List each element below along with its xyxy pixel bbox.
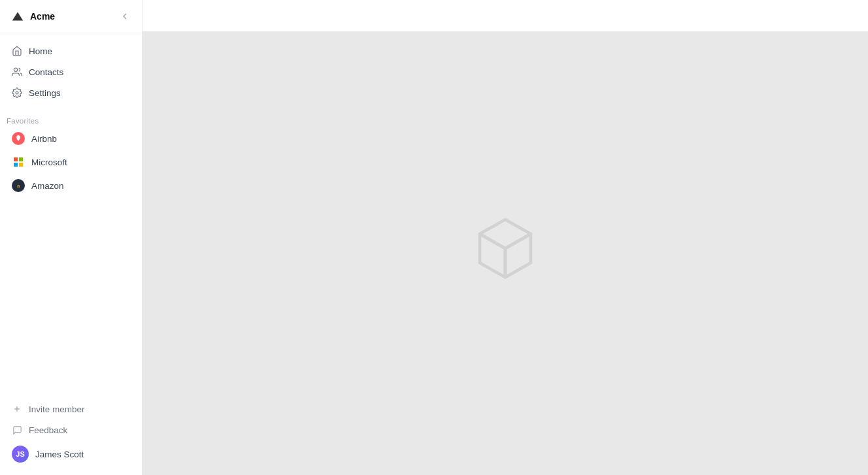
svg-point-0 (14, 68, 17, 71)
feedback-button[interactable]: Feedback (5, 420, 137, 440)
airbnb-icon (12, 132, 25, 145)
avatar: JS (12, 446, 29, 463)
sidebar-bottom: Invite member Feedback JS James Scott (0, 394, 142, 475)
collapse-sidebar-button[interactable] (118, 10, 131, 23)
svg-point-1 (16, 91, 18, 94)
amazon-icon: a (12, 179, 25, 192)
feedback-icon (12, 425, 22, 435)
microsoft-label: Microsoft (31, 157, 67, 167)
feedback-label: Feedback (29, 425, 67, 435)
user-name: James Scott (35, 450, 84, 459)
brand-logo-icon (10, 9, 25, 24)
svg-marker-5 (480, 234, 505, 277)
sidebar-item-settings[interactable]: Settings (5, 83, 137, 103)
sidebar-item-microsoft[interactable]: Microsoft (5, 151, 137, 173)
favorites-list: Airbnb Microsoft a Amazon (0, 127, 142, 197)
microsoft-icon (12, 156, 25, 169)
content-area (142, 32, 868, 475)
sidebar-item-amazon[interactable]: a Amazon (5, 174, 137, 197)
invite-member-button[interactable]: Invite member (5, 399, 137, 419)
main-content (142, 0, 868, 475)
sidebar-item-contacts-label: Contacts (29, 67, 63, 77)
placeholder-icon-wrapper (463, 211, 548, 296)
sidebar-item-settings-label: Settings (29, 88, 61, 98)
brand-name: Acme (30, 11, 55, 22)
brand[interactable]: Acme (10, 9, 55, 24)
main-nav: Home Contacts Settings (0, 33, 142, 110)
favorites-label: Favorites (0, 110, 142, 127)
invite-member-label: Invite member (29, 404, 85, 414)
contacts-icon (12, 67, 22, 77)
settings-icon (12, 88, 22, 98)
box-placeholder-icon (463, 211, 548, 296)
avatar-image: JS (12, 446, 29, 463)
sidebar-item-home[interactable]: Home (5, 41, 137, 61)
home-icon (12, 46, 22, 56)
favorites-section: Favorites Airbnb Microsoft (0, 110, 142, 197)
svg-marker-4 (480, 220, 531, 248)
sidebar-item-home-label: Home (29, 46, 52, 56)
sidebar: Acme Home (0, 0, 142, 475)
top-bar (142, 0, 868, 32)
sidebar-item-airbnb[interactable]: Airbnb (5, 127, 137, 150)
svg-marker-6 (505, 234, 531, 277)
amazon-label: Amazon (31, 181, 64, 191)
airbnb-label: Airbnb (31, 134, 57, 144)
sidebar-item-contacts[interactable]: Contacts (5, 62, 137, 82)
chevron-left-icon (120, 11, 130, 22)
plus-icon (12, 404, 22, 414)
user-profile-button[interactable]: JS James Scott (5, 441, 137, 467)
microsoft-grid-icon (14, 157, 23, 167)
sidebar-header: Acme (0, 0, 142, 33)
